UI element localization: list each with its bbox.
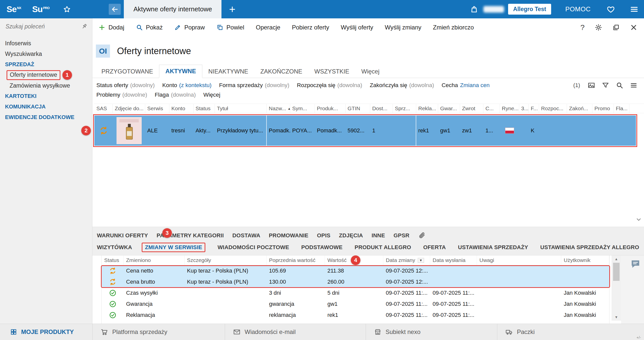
offers-column-rekla[interactable]: Rekla... <box>416 104 438 113</box>
sidebar-item-ewidencje-dodatkowe[interactable]: EWIDENCJE DODATKOWE <box>0 112 92 123</box>
filter-wiecej[interactable]: Więcej <box>203 92 220 98</box>
detail-tab-oferta[interactable]: OFERTA <box>423 244 446 251</box>
search-icon[interactable] <box>616 82 623 89</box>
offers-column-c[interactable]: C... <box>483 104 500 113</box>
filter-zakonczyla-sie[interactable]: Zakończyła się(dowolna) <box>370 82 434 89</box>
offers-column-sprz[interactable]: Sprz... <box>393 104 416 113</box>
changes-row[interactable]: Cena bruttoKup teraz - Polska (PLN)130.0… <box>102 276 609 287</box>
offers-column-produk[interactable]: Produk... <box>315 104 346 113</box>
changes-column-data-zmiany[interactable]: Data zmiany▼ <box>383 255 430 265</box>
detail-tab-dostawa[interactable]: DOSTAWA <box>232 232 260 239</box>
offers-column-3[interactable]: 3... <box>519 104 529 113</box>
filter-icon[interactable] <box>602 82 609 89</box>
paperclip-icon[interactable] <box>418 232 426 239</box>
window-tab[interactable]: Aktywne oferty internetowe <box>124 0 221 18</box>
toolbar-button-wyslij-zmiany[interactable]: Wyślij zmiany <box>385 24 421 31</box>
toolbar-button-pokaz[interactable]: Pokaż <box>136 24 163 31</box>
view-tab-zakonczone[interactable]: ZAKOŃCZONE <box>254 65 308 78</box>
sidebar-item-oferty-internetowe[interactable]: Oferty internetowe1 <box>0 70 92 80</box>
offers-column-ryne[interactable]: Ryne... <box>500 104 519 113</box>
changes-row[interactable]: Czas wysyłki3 dni5 dni09-07-2025 11:...0… <box>102 287 609 298</box>
toolbar-button-powiel[interactable]: Powiel <box>216 24 244 31</box>
changes-column-status[interactable]: Status <box>102 255 124 265</box>
changes-column-szczegoly[interactable]: Szczegóły <box>184 255 267 265</box>
view-tab-wszystkie[interactable]: WSZYSTKIE <box>308 65 355 78</box>
offers-column-dost[interactable]: Dost... <box>370 104 393 113</box>
offers-column-rozpoc[interactable]: Rozpoc... <box>539 104 567 113</box>
statusbar-item-moje-produkty[interactable]: MOJE PRODUKTY <box>0 324 92 340</box>
changes-row[interactable]: Cena nettoKup teraz - Polska (PLN)105.69… <box>102 265 609 276</box>
changes-column-uzytkownik[interactable]: Użytkownik <box>561 255 609 265</box>
sort-dropdown-icon[interactable]: ▼ <box>418 258 424 263</box>
detail-tab-wiadomosci-pocztowe[interactable]: WIADOMOŚCI POCZTOWE <box>217 244 289 251</box>
offer-row[interactable]: 2 ALEtresniAkty...Przykładowy tytu...Pom… <box>94 116 636 146</box>
filter-rozpoczela-sie[interactable]: Rozpoczęła się(dowolna) <box>297 82 362 89</box>
detail-tab-wizytowka[interactable]: WIZYTÓWKA <box>97 244 132 251</box>
pin-icon[interactable] <box>80 22 89 31</box>
filter-flaga[interactable]: Flaga(dowolna) <box>155 92 196 98</box>
changes-scrollbar[interactable]: ▲ ▼ <box>612 255 621 321</box>
offers-column-fla[interactable]: Fla... <box>614 104 629 113</box>
view-tab-nieaktywne[interactable]: NIEAKTYWNE <box>202 65 254 78</box>
detail-tab-ustawienia-sprzedazy-allegro[interactable]: USTAWIENIA SPRZEDAŻY ALLEGRO <box>540 244 639 251</box>
heart-icon[interactable] <box>606 5 615 14</box>
toolbar-button-pobierz-oferty[interactable]: Pobierz oferty <box>292 24 329 31</box>
offers-column-tytul[interactable]: Tytuł <box>215 104 267 113</box>
star-icon[interactable] <box>63 5 71 13</box>
sidebar-item-sprzedaz[interactable]: SPRZEDAŻ <box>0 59 92 70</box>
sidebar-item-infoserwis[interactable]: Infoserwis <box>0 38 92 49</box>
toolbar-button-wyslij-oferty[interactable]: Wyślij oferty <box>341 24 373 31</box>
add-tab-icon[interactable] <box>229 6 236 13</box>
detail-tab-zdjecia[interactable]: ZDJĘCIA <box>339 232 363 239</box>
changes-column-poprzednia-wartosc[interactable]: Poprzednia wartość <box>267 255 325 265</box>
offers-column-konto[interactable]: Konto <box>169 104 194 113</box>
detail-tab-opis[interactable]: OPIS <box>317 232 330 239</box>
sidebar-item-kartoteki[interactable]: KARTOTEKI <box>0 91 92 101</box>
offers-column-f[interactable]: F... <box>529 104 539 113</box>
close-icon[interactable] <box>630 24 637 31</box>
filter-cecha[interactable]: CechaZmiana cen <box>442 82 490 89</box>
view-tab-more[interactable]: Więcej <box>355 65 386 78</box>
scroll-up-icon[interactable]: ▲ <box>615 256 618 262</box>
sello-logo[interactable]: SeNX <box>7 4 21 14</box>
offers-column-promo[interactable]: Promo <box>592 104 614 113</box>
detail-tab-warunki-oferty[interactable]: WARUNKI OFERTY <box>97 232 148 239</box>
changes-column-data-wyslania[interactable]: Data wysłania <box>430 255 477 265</box>
scroll-down-icon[interactable]: ▼ <box>615 314 618 320</box>
offers-column-nazw[interactable]: Nazw...▲ <box>267 104 290 113</box>
toolbar-button-operacje[interactable]: Operacje <box>256 24 280 31</box>
back-button[interactable] <box>109 4 121 15</box>
scrollbar-thumb[interactable] <box>613 263 620 281</box>
sidebar-item-zamowienia-wysylkowe[interactable]: Zamówienia wysyłkowe <box>0 80 92 91</box>
filter-konto[interactable]: Konto(z kontekstu) <box>162 82 212 89</box>
toolbar-button-popraw[interactable]: Popraw <box>174 24 205 31</box>
toolbar-button-dodaj[interactable]: Dodaj <box>98 24 124 31</box>
scroll-down-icon[interactable] <box>635 216 642 223</box>
statusbar-item-subiekt-nexo[interactable]: Subiekt nexo <box>366 324 497 340</box>
detail-tab-inne[interactable]: INNE <box>371 232 385 239</box>
filter-forma-sprzedazy[interactable]: Forma sprzedaży(dowolny) <box>219 82 289 89</box>
changes-column-zmieniono[interactable]: Zmieniono <box>124 255 184 265</box>
filter-problemy[interactable]: Problemy(dowolne) <box>96 92 147 98</box>
command-search-input[interactable] <box>6 23 79 30</box>
sidebar-item-wyszukiwarka[interactable]: Wyszukiwarka <box>0 49 92 59</box>
detail-tab-podstawowe[interactable]: PODSTAWOWE <box>301 244 343 251</box>
changes-row[interactable]: Reklamacjareklamacjarek109-07-2025 11:..… <box>102 310 609 321</box>
bag-icon[interactable] <box>470 5 478 14</box>
offers-column-sym[interactable]: Sym... <box>290 104 315 113</box>
offers-column-serwis[interactable]: Serwis <box>145 104 169 113</box>
command-search[interactable] <box>0 18 92 34</box>
detail-tab-promowanie[interactable]: PROMOWANIE <box>269 232 308 239</box>
offers-column-zakon[interactable]: Zakoń... <box>567 104 592 113</box>
help-link[interactable]: POMOC <box>565 5 591 13</box>
gear-icon[interactable] <box>595 24 602 31</box>
detail-tab-produkt-allegro[interactable]: PRODUKT ALLEGRO <box>355 244 411 251</box>
list-view-icon[interactable] <box>630 82 637 89</box>
detail-tab-ustawienia-sprzedazy[interactable]: USTAWIENIA SPRZEDAŻY <box>458 244 528 251</box>
restore-window-icon[interactable] <box>612 24 620 31</box>
offers-column-status[interactable]: Status <box>194 104 215 113</box>
view-tab-aktywne[interactable]: AKTYWNE <box>159 65 202 78</box>
image-toggle-icon[interactable] <box>588 82 595 89</box>
statusbar-item-platforma-sprzedazy[interactable]: Platforma sprzedaży <box>92 324 225 340</box>
account-button[interactable]: Allegro Test <box>508 4 551 15</box>
